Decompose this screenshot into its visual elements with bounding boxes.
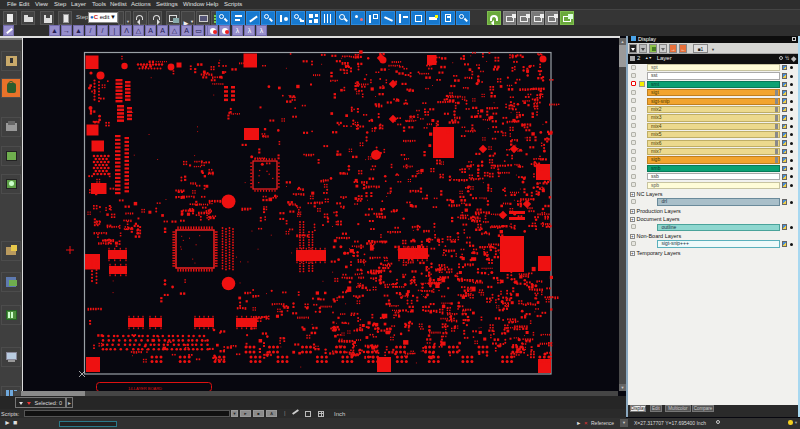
- svg-text:14-LAYER BOARD: 14-LAYER BOARD: [128, 386, 162, 391]
